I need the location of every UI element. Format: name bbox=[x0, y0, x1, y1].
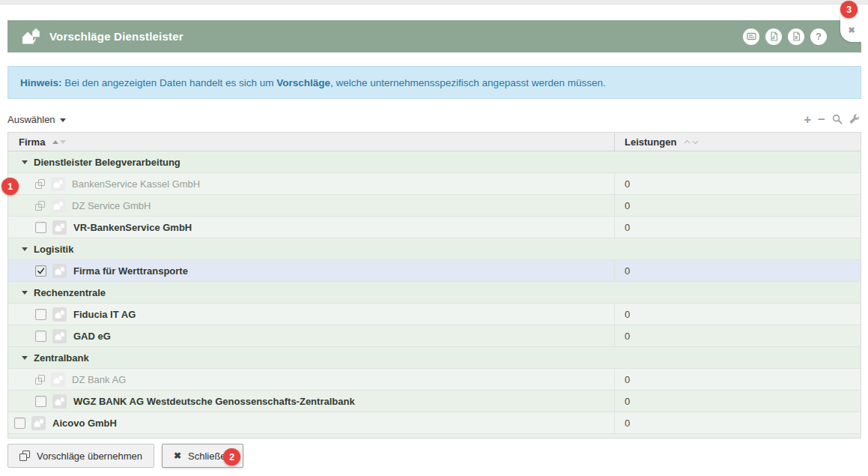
company-row[interactable]: Aicovo GmbH 0 bbox=[8, 412, 861, 434]
company-name: WGZ BANK AG Westdeutsche Genossenschafts… bbox=[73, 396, 355, 407]
column-header-firma[interactable]: Firma bbox=[8, 133, 615, 151]
company-row[interactable]: BankenService Kassel GmbH 0 bbox=[8, 173, 861, 195]
leistungen-cell: 0 bbox=[615, 217, 861, 238]
leistungen-cell: 0 bbox=[615, 260, 861, 281]
leistungen-value: 0 bbox=[625, 178, 630, 190]
settings-button[interactable] bbox=[849, 114, 860, 124]
row-checkbox[interactable] bbox=[35, 265, 46, 277]
company-house-icon bbox=[51, 177, 65, 191]
chevron-up-icon bbox=[684, 139, 691, 145]
leistungen-cell: 0 bbox=[615, 391, 861, 412]
company-name: DZ Service GmbH bbox=[72, 200, 151, 211]
row-checkbox[interactable] bbox=[35, 222, 46, 233]
locked-entry-icon bbox=[35, 375, 45, 385]
company-name: DZ Bank AG bbox=[72, 374, 126, 385]
company-row[interactable]: Firma für Werttransporte 0 bbox=[8, 260, 861, 282]
row-checkbox[interactable] bbox=[35, 309, 46, 320]
service-provider-houses-icon bbox=[19, 26, 42, 47]
vorschlaege-dienstleister-dialog: Vorschläge Dienstleister bbox=[7, 20, 861, 468]
dienstleister-table: Firma Leistungen Dienstleister Belegvera… bbox=[7, 132, 861, 439]
annotation-badge-2: 2 bbox=[223, 448, 240, 466]
column-header-leistungen[interactable]: Leistungen bbox=[615, 133, 861, 151]
dialog-header: Vorschläge Dienstleister bbox=[7, 20, 861, 52]
export-pdf-button[interactable] bbox=[765, 28, 782, 45]
close-x-icon: ✖ bbox=[174, 451, 181, 461]
firma-cell: Aicovo GmbH bbox=[8, 412, 615, 433]
leistungen-value: 0 bbox=[625, 265, 630, 277]
firma-cell: GAD eG bbox=[8, 325, 615, 346]
company-name: VR-BankenService GmbH bbox=[73, 222, 192, 233]
leistungen-cell: 0 bbox=[615, 412, 861, 433]
firma-header-label: Firma bbox=[19, 136, 45, 148]
company-name: Aicovo GmbH bbox=[52, 418, 117, 429]
annotation-badge-3: 3 bbox=[840, 1, 858, 18]
company-row[interactable]: VR-BankenService GmbH 0 bbox=[8, 217, 861, 238]
vorschlaege-uebernehmen-button[interactable]: Vorschläge übernehmen bbox=[7, 444, 154, 468]
expand-all-button[interactable]: + bbox=[804, 113, 811, 126]
apply-button-label: Vorschläge übernehmen bbox=[37, 451, 142, 462]
close-icon: ✖ bbox=[848, 25, 855, 35]
leistungen-cell: 0 bbox=[615, 369, 861, 390]
firma-cell: BankenService Kassel GmbH bbox=[8, 173, 615, 194]
caret-down-icon bbox=[22, 247, 28, 251]
search-icon bbox=[832, 114, 843, 124]
leistungen-value: 0 bbox=[625, 200, 630, 211]
collapse-all-button[interactable]: − bbox=[818, 113, 825, 126]
company-row[interactable]: GAD eG 0 bbox=[8, 325, 861, 347]
company-row[interactable]: DZ Service GmbH 0 bbox=[8, 195, 861, 217]
company-house-icon bbox=[52, 264, 67, 278]
group-row[interactable]: Dienstleister Belegverarbeitung bbox=[8, 151, 861, 173]
company-name: Fiducia IT AG bbox=[73, 309, 136, 320]
export-excel-button[interactable] bbox=[788, 28, 804, 45]
table-body: Dienstleister Belegverarbeitung BankenSe… bbox=[8, 151, 861, 434]
row-checkbox[interactable] bbox=[14, 418, 25, 429]
row-checkbox[interactable] bbox=[35, 396, 46, 407]
leistungen-header-label: Leistungen bbox=[625, 136, 676, 148]
company-house-icon bbox=[52, 220, 67, 235]
company-name: GAD eG bbox=[73, 331, 111, 342]
sort-desc-icon bbox=[60, 140, 66, 144]
firma-cell: WGZ BANK AG Westdeutsche Genossenschafts… bbox=[8, 391, 615, 412]
hint-bold-vorschlaege: Vorschläge bbox=[276, 77, 330, 88]
company-house-icon bbox=[51, 373, 65, 387]
table-header-row: Firma Leistungen bbox=[8, 133, 861, 151]
group-row[interactable]: Rechenzentrale bbox=[8, 282, 861, 304]
company-row[interactable]: DZ Bank AG 0 bbox=[8, 369, 861, 391]
company-house-icon bbox=[52, 394, 67, 409]
dialog-footer: Vorschläge übernehmen ✖ Schließen bbox=[7, 444, 861, 468]
chevron-down-icon bbox=[692, 139, 699, 145]
caret-down-icon bbox=[22, 356, 28, 360]
row-checkbox[interactable] bbox=[35, 331, 46, 342]
dialog-title: Vorschläge Dienstleister bbox=[49, 30, 183, 43]
caret-down-icon bbox=[22, 160, 28, 164]
leistungen-value: 0 bbox=[625, 309, 630, 320]
table-tools: + − bbox=[804, 113, 860, 126]
group-row[interactable]: Zentralbank bbox=[8, 347, 861, 369]
locked-entry-icon bbox=[35, 179, 45, 189]
firma-sort-icons bbox=[52, 140, 66, 144]
company-house-icon bbox=[52, 329, 67, 343]
company-row[interactable]: WGZ BANK AG Westdeutsche Genossenschafts… bbox=[8, 391, 861, 412]
auswaehlen-label: Auswählen bbox=[7, 114, 55, 125]
copy-icon bbox=[19, 451, 30, 461]
dialog-close-tab[interactable]: ✖ bbox=[840, 13, 863, 42]
firma-cell: Firma für Werttransporte bbox=[8, 260, 615, 281]
group-label: Rechenzentrale bbox=[34, 287, 106, 298]
question-mark-icon: ? bbox=[816, 31, 822, 41]
company-row[interactable]: Fiducia IT AG 0 bbox=[8, 304, 861, 325]
wrench-icon bbox=[849, 114, 860, 124]
caret-down-icon bbox=[22, 291, 28, 295]
hint-label: Hinweis: bbox=[20, 77, 62, 88]
locked-entry-icon bbox=[35, 201, 45, 211]
auswaehlen-dropdown[interactable]: Auswählen bbox=[7, 114, 66, 125]
minus-icon: − bbox=[818, 112, 825, 127]
help-button[interactable]: ? bbox=[810, 28, 827, 45]
company-name: Firma für Werttransporte bbox=[73, 265, 188, 277]
chevron-down-icon bbox=[60, 118, 66, 122]
checkmark-icon bbox=[37, 267, 45, 275]
details-view-button[interactable] bbox=[743, 28, 759, 45]
firma-cell: DZ Bank AG bbox=[8, 369, 615, 390]
search-button[interactable] bbox=[832, 114, 843, 124]
hint-text-2: , welche unternehmensspezifisch angepass… bbox=[330, 77, 606, 88]
group-row[interactable]: Logisitik bbox=[8, 238, 861, 260]
